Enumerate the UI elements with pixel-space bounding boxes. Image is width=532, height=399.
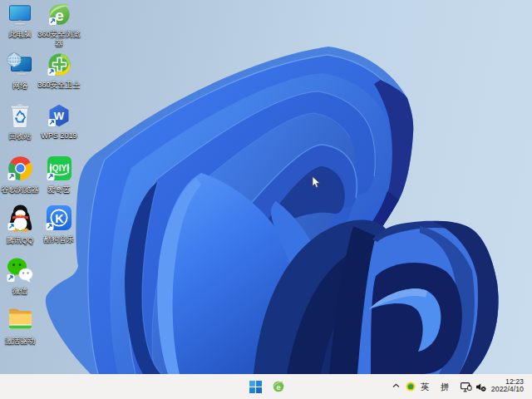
svg-text:iQIYI: iQIYI	[50, 164, 69, 173]
svg-text:K: K	[55, 212, 64, 225]
